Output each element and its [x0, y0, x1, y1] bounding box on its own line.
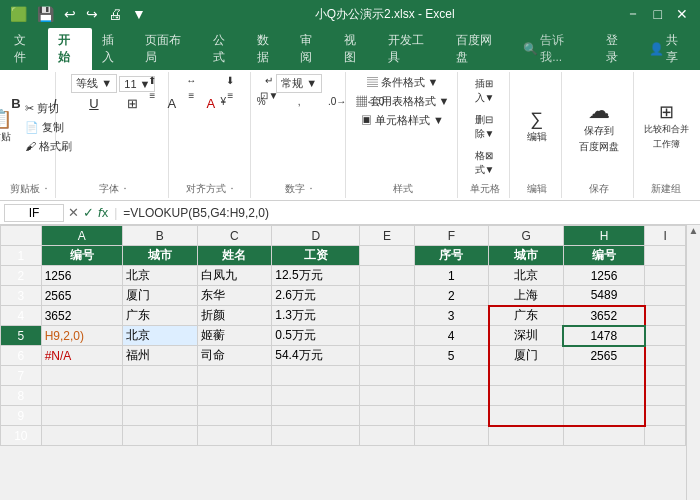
italic-button[interactable]: I [37, 95, 73, 112]
cell-B8[interactable] [123, 386, 198, 406]
cell-H10[interactable] [563, 426, 644, 446]
cell-H6[interactable]: 2565 [563, 346, 644, 366]
cell-G1[interactable]: 城市 [489, 246, 564, 266]
cell-styles-button[interactable]: ▣ 单元格样式 ▼ [357, 112, 448, 129]
cell-C5[interactable]: 姬蘅 [197, 326, 272, 346]
formula-fx-icon[interactable]: fx [98, 205, 108, 220]
tab-insert[interactable]: 插入 [92, 28, 136, 70]
cell-D5[interactable]: 0.5万元 [272, 326, 360, 346]
cell-C1[interactable]: 姓名 [197, 246, 272, 266]
cell-E2[interactable] [360, 266, 414, 286]
col-header-e[interactable]: E [360, 226, 414, 246]
maximize-button[interactable]: □ [650, 6, 666, 22]
cell-A5[interactable]: H9,2,0) [41, 326, 122, 346]
customize-quick-icon[interactable]: ▼ [130, 6, 148, 22]
cell-E8[interactable] [360, 386, 414, 406]
align-left-button[interactable]: ≡ [134, 89, 170, 102]
cell-G9[interactable] [489, 406, 564, 426]
minimize-button[interactable]: － [622, 5, 644, 23]
tab-formula[interactable]: 公式 [203, 28, 247, 70]
cell-G3[interactable]: 上海 [489, 286, 564, 306]
vertical-scrollbar[interactable]: ▲ ▼ [686, 225, 700, 500]
tab-dev[interactable]: 开发工具 [378, 28, 446, 70]
cell-C7[interactable] [197, 366, 272, 386]
cell-C4[interactable]: 折颜 [197, 306, 272, 326]
compare-merge-button[interactable]: ⊞ 比较和合并 工作簿 [639, 100, 694, 154]
cell-A3[interactable]: 2565 [41, 286, 122, 306]
cell-D2[interactable]: 12.5万元 [272, 266, 360, 286]
insert-cells-button[interactable]: 插⊞入▼ [467, 74, 503, 108]
cell-H9[interactable] [563, 406, 644, 426]
save-to-baidu-button[interactable]: ☁ 保存到 百度网盘 [574, 97, 624, 157]
cell-D3[interactable]: 2.6万元 [272, 286, 360, 306]
cell-C6[interactable]: 司命 [197, 346, 272, 366]
cell-D8[interactable] [272, 386, 360, 406]
tab-tell[interactable]: 🔍告诉我... [513, 28, 595, 70]
cell-I4[interactable] [645, 306, 686, 326]
cell-F6[interactable]: 5 [414, 346, 489, 366]
cell-B9[interactable] [123, 406, 198, 426]
number-format-dropdown[interactable]: 常规 ▼ [276, 74, 322, 93]
cell-I6[interactable] [645, 346, 686, 366]
cell-B7[interactable] [123, 366, 198, 386]
cell-E1[interactable] [360, 246, 414, 266]
cell-E5[interactable] [360, 326, 414, 346]
tab-baidu[interactable]: 百度网盘 [446, 28, 514, 70]
grid-scroll[interactable]: A B C D E F G H I 1编号城市姓名工资序号城市编号21256北京… [0, 225, 686, 500]
cell-G8[interactable] [489, 386, 564, 406]
cell-I5[interactable] [645, 326, 686, 346]
cell-G6[interactable]: 厦门 [489, 346, 564, 366]
cell-G7[interactable] [489, 366, 564, 386]
align-middle-button[interactable]: ↔ [173, 74, 209, 87]
cell-B3[interactable]: 厦门 [123, 286, 198, 306]
cell-F2[interactable]: 1 [414, 266, 489, 286]
tab-data[interactable]: 数据 [247, 28, 291, 70]
cell-F10[interactable] [414, 426, 489, 446]
cell-C2[interactable]: 白凤九 [197, 266, 272, 286]
format-cells-button[interactable]: 格⊠式▼ [467, 146, 503, 180]
cell-A1[interactable]: 编号 [41, 246, 122, 266]
col-header-d[interactable]: D [272, 226, 360, 246]
col-header-i[interactable]: I [645, 226, 686, 246]
cell-H3[interactable]: 5489 [563, 286, 644, 306]
cell-H5[interactable]: 1478 [563, 326, 644, 346]
underline-button[interactable]: U [76, 95, 112, 112]
cell-A7[interactable] [41, 366, 122, 386]
scroll-up-button[interactable]: ▲ [689, 225, 699, 236]
cell-C8[interactable] [197, 386, 272, 406]
cell-D9[interactable] [272, 406, 360, 426]
cell-F8[interactable] [414, 386, 489, 406]
autosum-button[interactable]: ∑ 编辑 [519, 107, 555, 147]
cell-F3[interactable]: 2 [414, 286, 489, 306]
table-format-button[interactable]: ▦ 套用表格格式 ▼ [352, 93, 454, 110]
cell-G2[interactable]: 北京 [489, 266, 564, 286]
cell-H8[interactable] [563, 386, 644, 406]
cell-F4[interactable]: 3 [414, 306, 489, 326]
cell-C10[interactable] [197, 426, 272, 446]
cell-E6[interactable] [360, 346, 414, 366]
cell-I1[interactable] [645, 246, 686, 266]
cell-F1[interactable]: 序号 [414, 246, 489, 266]
cell-D10[interactable] [272, 426, 360, 446]
cell-A2[interactable]: 1256 [41, 266, 122, 286]
tab-login[interactable]: 登录 [596, 28, 640, 70]
cell-H1[interactable]: 编号 [563, 246, 644, 266]
cell-name-box[interactable] [4, 204, 64, 222]
print-quick-icon[interactable]: 🖨 [106, 6, 124, 22]
cell-A8[interactable] [41, 386, 122, 406]
cell-E3[interactable] [360, 286, 414, 306]
cell-F7[interactable] [414, 366, 489, 386]
cell-I7[interactable] [645, 366, 686, 386]
cell-B1[interactable]: 城市 [123, 246, 198, 266]
cell-G5[interactable]: 深圳 [489, 326, 564, 346]
cell-G4[interactable]: 广东 [489, 306, 564, 326]
tab-view[interactable]: 视图 [334, 28, 378, 70]
cell-D1[interactable]: 工资 [272, 246, 360, 266]
col-header-f[interactable]: F [414, 226, 489, 246]
col-header-b[interactable]: B [123, 226, 198, 246]
align-center-button[interactable]: ≡ [173, 89, 209, 102]
percent-button[interactable]: % [243, 95, 279, 108]
col-header-g[interactable]: G [489, 226, 564, 246]
close-button[interactable]: ✕ [672, 6, 692, 22]
font-name-dropdown[interactable]: 等线 ▼ [71, 74, 117, 93]
